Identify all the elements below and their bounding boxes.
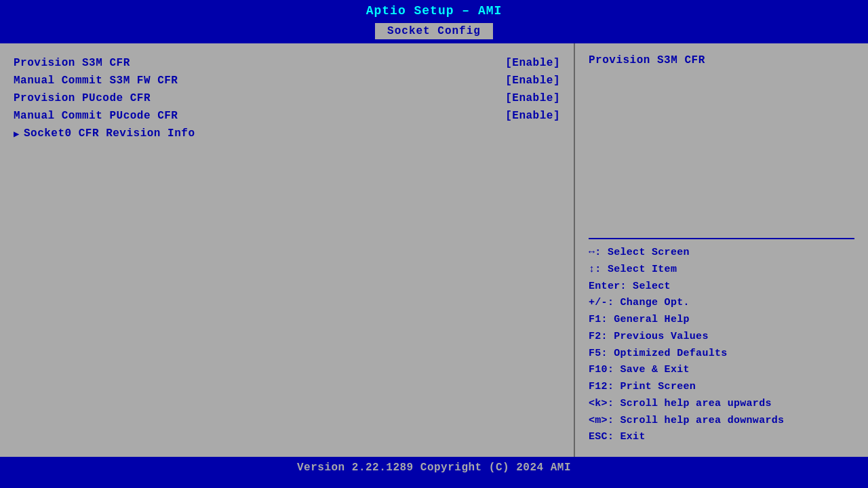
menu-item-value: [Enable] bbox=[505, 57, 560, 69]
menu-item-label: Manual Commit PUcode CFR bbox=[14, 110, 178, 122]
shortcut-line: Enter: Select bbox=[589, 279, 854, 296]
shortcut-line: F12: Print Screen bbox=[589, 379, 854, 396]
shortcut-line: +/-: Change Opt. bbox=[589, 295, 854, 312]
app-title: Aptio Setup – AMI bbox=[0, 0, 868, 20]
shortcut-line: F10: Save & Exit bbox=[589, 362, 854, 379]
menu-item-value: [Enable] bbox=[505, 75, 560, 87]
menu-row[interactable]: Provision PUcode CFR[Enable] bbox=[14, 89, 560, 107]
tab-bar: Socket Config bbox=[0, 20, 868, 43]
help-spacer bbox=[589, 72, 854, 232]
menu-row[interactable]: Manual Commit PUcode CFR[Enable] bbox=[14, 107, 560, 125]
shortcut-line: F2: Previous Values bbox=[589, 329, 854, 346]
menu-row[interactable]: Provision S3M CFR[Enable] bbox=[14, 54, 560, 72]
menu-row[interactable]: ▶Socket0 CFR Revision Info bbox=[14, 125, 560, 142]
shortcut-line: F5: Optimized Defaults bbox=[589, 346, 854, 363]
help-shortcuts: ↔: Select Screen↕: Select ItemEnter: Sel… bbox=[589, 245, 854, 446]
main-area: Provision S3M CFR[Enable]Manual Commit S… bbox=[0, 43, 868, 457]
menu-item-label: Provision S3M CFR bbox=[14, 57, 130, 69]
right-panel: Provision S3M CFR ↔: Select Screen↕: Sel… bbox=[575, 43, 868, 457]
footer: Version 2.22.1289 Copyright (C) 2024 AMI bbox=[0, 457, 868, 481]
left-panel: Provision S3M CFR[Enable]Manual Commit S… bbox=[0, 43, 575, 457]
menu-item-value: [Enable] bbox=[505, 92, 560, 104]
menu-item-label: Provision PUcode CFR bbox=[14, 92, 151, 104]
active-tab[interactable]: Socket Config bbox=[375, 23, 493, 39]
menu-row[interactable]: Manual Commit S3M FW CFR[Enable] bbox=[14, 72, 560, 89]
shortcut-line: F1: General Help bbox=[589, 312, 854, 329]
shortcut-line: <m>: Scroll help area downwards bbox=[589, 413, 854, 430]
shortcut-line: ESC: Exit bbox=[589, 429, 854, 446]
shortcut-line: ↕: Select Item bbox=[589, 262, 854, 279]
help-divider bbox=[589, 238, 854, 239]
submenu-arrow-icon: ▶ bbox=[14, 128, 20, 140]
menu-item-value: [Enable] bbox=[505, 110, 560, 122]
shortcut-line: ↔: Select Screen bbox=[589, 245, 854, 262]
shortcut-line: <k>: Scroll help area upwards bbox=[589, 396, 854, 413]
menu-item-label: Manual Commit S3M FW CFR bbox=[14, 75, 178, 87]
menu-item-label: ▶Socket0 CFR Revision Info bbox=[14, 127, 195, 140]
help-title: Provision S3M CFR bbox=[589, 54, 854, 66]
